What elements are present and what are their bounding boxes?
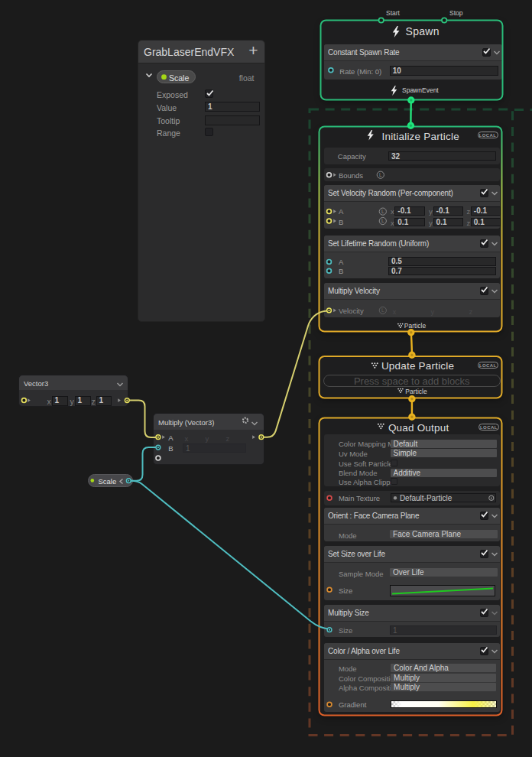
svg-text:L: L [381, 218, 384, 223]
svg-text:L: L [381, 307, 384, 313]
svg-text:L: L [379, 172, 382, 177]
svg-text:L: L [381, 209, 384, 214]
